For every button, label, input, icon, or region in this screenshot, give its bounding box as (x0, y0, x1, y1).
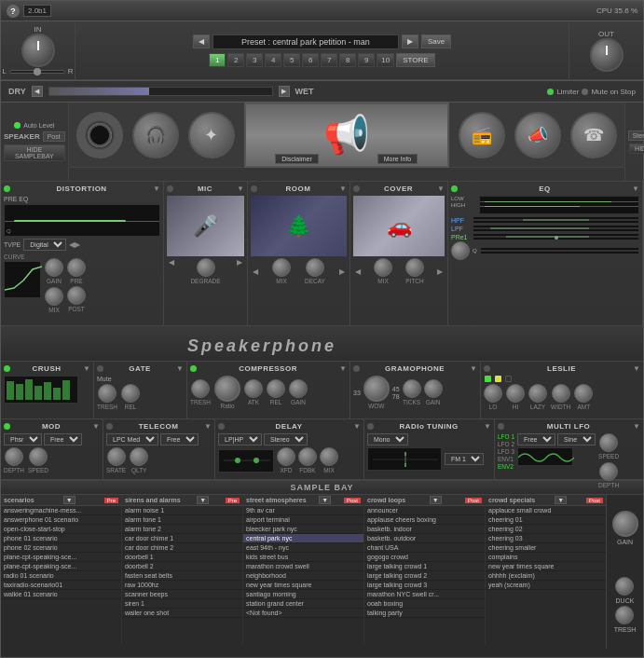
out-knob[interactable] (590, 38, 623, 72)
slot-btn-7[interactable]: 7 (321, 53, 337, 67)
mic-prev[interactable]: ◀ (169, 258, 174, 284)
lpc-select[interactable]: LPC Med (106, 433, 158, 446)
degrade-knob[interactable] (197, 258, 215, 277)
list-item[interactable]: walkie 01 scenario (1, 590, 121, 599)
list-item[interactable]: doorbell 1 (122, 553, 242, 562)
list-item[interactable]: phone 01 scenario (1, 534, 121, 543)
slot-btn-5[interactable]: 5 (283, 53, 300, 67)
mix-knob-cover[interactable] (374, 258, 392, 277)
list-item[interactable]: chant USA (364, 543, 485, 553)
radio-icon[interactable]: 📻 (459, 112, 505, 158)
headphones-icon[interactable]: 🎧 (132, 112, 179, 158)
mix-knob-room[interactable] (272, 258, 291, 277)
list-item[interactable]: siren 1 (122, 599, 242, 609)
tresh-knob[interactable] (615, 606, 634, 624)
pre-knob[interactable] (67, 258, 86, 277)
telecom-free-select[interactable]: Free (160, 433, 199, 446)
pitch-knob[interactable] (405, 258, 424, 277)
delay-lphp-select[interactable]: LP|HP (218, 433, 262, 446)
slot-btn-9[interactable]: 9 (358, 53, 375, 67)
list-item[interactable]: neighborhood (243, 571, 363, 581)
leslie-power[interactable] (484, 365, 490, 372)
slot-btn-2[interactable]: 2 (227, 53, 244, 67)
gram-gain-knob[interactable] (424, 379, 443, 398)
rpm33[interactable]: 33 (353, 390, 361, 396)
list-item[interactable]: raw 1000hz (122, 581, 242, 590)
mix-knob-dist[interactable] (45, 287, 63, 306)
list-item[interactable]: applauce small crowd (486, 506, 606, 515)
ticks-knob[interactable] (403, 379, 421, 398)
room-prev[interactable]: ◀ (253, 267, 258, 276)
hide-samplebay-btn[interactable]: HIDE SAMPLEBAY (4, 144, 65, 161)
mic-power[interactable] (167, 185, 173, 192)
list-item[interactable]: new year times square (243, 581, 363, 590)
list-item[interactable]: airport terminal (243, 515, 363, 525)
list-item[interactable]: marathon crowd swell (243, 562, 363, 571)
gate-thresh-knob[interactable] (98, 384, 116, 403)
list-item[interactable]: santiago morning (243, 590, 363, 599)
help-icon[interactable]: ? (7, 5, 20, 18)
sirens-type[interactable]: Pre (226, 498, 240, 503)
delay-mix-knob[interactable] (320, 447, 338, 466)
list-item[interactable]: fasten seat belts (122, 571, 242, 581)
list-item[interactable]: taxiradio-scenario01 (1, 581, 121, 590)
list-item[interactable]: open-close-start-stop (1, 525, 121, 534)
comp-thresh-knob[interactable] (191, 379, 210, 398)
mod-expand[interactable]: ▼ (92, 422, 100, 431)
list-item[interactable]: announcer (364, 506, 485, 515)
room-power[interactable] (251, 185, 257, 192)
list-item[interactable]: cheering smaller (486, 543, 606, 553)
gate-rel-knob[interactable] (121, 384, 140, 403)
dw-left-arrow[interactable]: ◀ (32, 86, 43, 97)
mod-type-select[interactable]: Phsr (4, 433, 42, 446)
lfo-expand[interactable]: ▼ (633, 422, 640, 431)
gram-expand[interactable]: ▼ (470, 364, 477, 373)
lfo-power[interactable] (498, 423, 504, 430)
list-item[interactable]: basketb. indoor (364, 525, 485, 534)
list-item[interactable]: wailer one shot (122, 609, 242, 618)
list-item[interactable]: applause cheers boxing (364, 515, 485, 525)
comp-atk-knob[interactable] (244, 379, 263, 398)
fdbk-knob[interactable] (298, 447, 317, 466)
list-item[interactable]: ohhhh (exclaim) (486, 571, 606, 581)
sirens-dropdown[interactable]: ▼ (197, 496, 209, 504)
list-item[interactable]: alarm noise 1 (122, 506, 242, 515)
list-item[interactable]: car door chime 1 (122, 534, 242, 543)
lfo-free-select[interactable]: Free (517, 433, 555, 446)
rpm78[interactable]: 78 (392, 393, 400, 400)
list-item[interactable]: phone 02 scenario (1, 543, 121, 553)
list-item[interactable]: <Not found> (243, 609, 363, 618)
leslie-expand[interactable]: ▼ (633, 364, 640, 373)
wow-knob[interactable] (363, 376, 390, 402)
eq-power[interactable] (451, 185, 458, 192)
eq-expand[interactable]: ▼ (632, 185, 639, 193)
mod-power[interactable] (4, 423, 10, 430)
radio-power[interactable] (367, 423, 374, 430)
list-item[interactable]: kids street bus (243, 553, 363, 562)
crowd-dropdown[interactable]: ▼ (430, 496, 442, 504)
list-item[interactable]: alarm tone 1 (122, 515, 242, 525)
list-item[interactable]: gogogo crowd (364, 553, 485, 562)
scenarios-dropdown[interactable]: ▼ (63, 496, 75, 504)
xfd-knob[interactable] (277, 447, 295, 466)
list-item[interactable]: alarm tone 2 (122, 525, 242, 534)
list-item[interactable]: central park nyc (243, 534, 363, 543)
crush-power[interactable] (4, 365, 10, 372)
scenarios-type[interactable]: Pre (104, 498, 118, 503)
srate-knob[interactable] (107, 447, 126, 466)
list-item[interactable]: station grand center (243, 599, 363, 609)
cover-expand[interactable]: ▼ (437, 185, 445, 193)
list-item[interactable]: doorbell 2 (122, 562, 242, 571)
list-item[interactable]: ooah boxing (364, 599, 485, 609)
gain-master-knob[interactable] (612, 511, 638, 537)
preset-next-btn[interactable]: ▶ (402, 34, 418, 48)
slot-btn-10[interactable]: 10 (377, 53, 394, 67)
gate-power[interactable] (97, 365, 103, 372)
hide-controls-btn[interactable]: HIDE CONTROLS (629, 144, 644, 154)
street-type[interactable]: Post (344, 498, 361, 503)
dw-right-arrow[interactable]: ▶ (279, 86, 290, 97)
slot-btn-1[interactable]: 1 (209, 53, 226, 67)
delay-stereo-select[interactable]: Stereo (264, 433, 308, 446)
in-knob[interactable] (21, 34, 55, 67)
gain-knob[interactable] (45, 258, 63, 277)
